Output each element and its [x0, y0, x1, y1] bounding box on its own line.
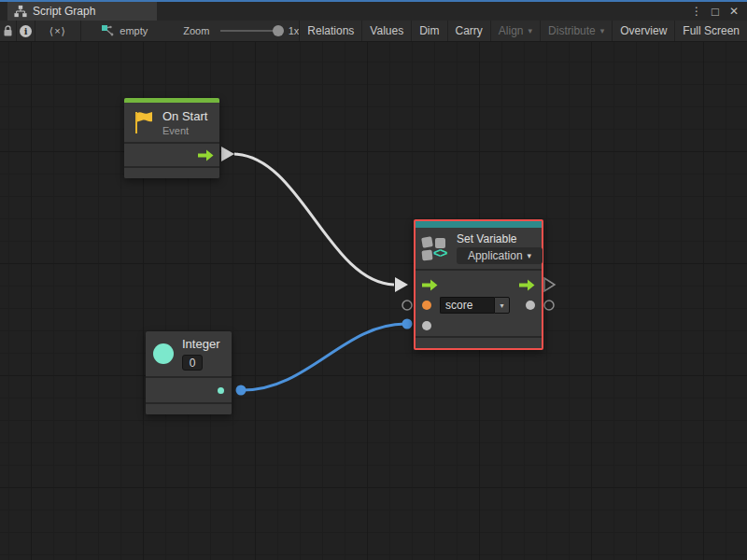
distribute-label: Distribute — [548, 24, 596, 37]
chevron-down-icon: ▾ — [600, 26, 605, 35]
chevron-down-icon: ▾ — [500, 301, 503, 310]
integer-type-icon — [153, 343, 174, 364]
flow-port-row — [416, 274, 542, 295]
on-start-header: On Start Event — [124, 103, 219, 142]
integer-output-dot[interactable] — [218, 387, 224, 394]
relations-button[interactable]: Relations — [299, 21, 361, 41]
variable-name-port[interactable] — [422, 301, 431, 310]
set-variable-header: <> Set Variable Application ▾ — [416, 228, 542, 269]
graph-status-chip: empty — [101, 21, 148, 41]
variable-scope-dropdown[interactable]: Application ▾ — [457, 247, 543, 264]
zoom-slider[interactable] — [220, 30, 279, 32]
setvariable-variable-input-port[interactable] — [402, 301, 412, 310]
node-on-start[interactable]: On Start Event — [124, 98, 219, 178]
window-menu-icon[interactable]: ⋮ — [689, 4, 704, 19]
flag-icon — [133, 110, 155, 134]
variable-color-stripe — [416, 221, 542, 228]
node-title: Integer — [182, 337, 219, 351]
control-wire-onstart-to-setvariable[interactable] — [234, 154, 394, 285]
node-footer — [416, 338, 542, 348]
setvariable-flow-input-arrowhead — [395, 277, 408, 292]
info-icon: i — [20, 25, 32, 37]
node-integer[interactable]: Integer 0 — [146, 331, 232, 414]
unity-script-graph-window: Script Graph ⋮ □ ✕ i ⟨×⟩ — [0, 0, 747, 560]
node-footer — [124, 168, 219, 178]
overview-button[interactable]: Overview — [612, 21, 674, 41]
node-title: Set Variable — [457, 232, 543, 245]
tab-title: Script Graph — [33, 5, 95, 18]
info-button[interactable]: i — [17, 21, 35, 41]
chevron-down-icon: ▾ — [529, 26, 533, 35]
graph-pointer-icon — [101, 24, 114, 37]
node-title: On Start — [162, 109, 207, 123]
maximize-icon[interactable]: □ — [708, 4, 723, 19]
value-input-row — [416, 315, 542, 336]
values-button[interactable]: Values — [361, 21, 411, 41]
setvariable-value-output-port[interactable] — [544, 301, 554, 310]
value-wire-integer-to-setvariable[interactable] — [243, 324, 405, 390]
carry-button[interactable]: Carry — [447, 21, 490, 41]
value-input-port[interactable] — [422, 321, 431, 330]
zoom-slider-knob[interactable] — [273, 25, 284, 36]
node-footer — [146, 404, 232, 414]
toolbar-buttons: Relations Values Dim Carry Align ▾ Distr… — [299, 21, 747, 41]
lock-icon — [3, 25, 13, 37]
integer-output-port[interactable] — [236, 385, 247, 396]
variable-name-field: ▾ — [440, 297, 510, 314]
code-preview-button[interactable]: ⟨×⟩ — [35, 21, 79, 41]
wires-layer — [0, 42, 747, 560]
chevron-down-icon: ▾ — [528, 251, 532, 260]
graph-toolbar: i ⟨×⟩ empty Zoom 1x Relations Values Dim… — [0, 21, 747, 42]
align-label: Align — [499, 24, 524, 37]
setvariable-value-input-port-connected[interactable] — [402, 319, 413, 329]
graph-status-label: empty — [120, 25, 148, 36]
full-screen-button[interactable]: Full Screen — [674, 21, 747, 41]
distribute-button[interactable]: Distribute ▾ — [540, 21, 612, 41]
tab-bar: Script Graph ⋮ □ ✕ — [0, 2, 747, 21]
lock-button[interactable] — [0, 21, 16, 41]
onstart-flow-output-port[interactable] — [221, 147, 234, 161]
variable-value-output-dot[interactable] — [526, 301, 535, 310]
toolbar-separator — [80, 21, 81, 41]
node-set-variable[interactable]: <> Set Variable Application ▾ — [414, 219, 543, 350]
integer-header: Integer 0 — [146, 331, 232, 376]
window-controls: ⋮ □ ✕ — [689, 2, 747, 21]
node-subtitle: Event — [162, 125, 207, 136]
on-start-port-row — [124, 144, 219, 166]
set-variable-port-rows: ▾ — [416, 271, 542, 336]
integer-port-row — [146, 378, 232, 402]
variable-name-dropdown[interactable]: ▾ — [494, 297, 510, 314]
integer-value-field[interactable]: 0 — [182, 355, 203, 371]
setvariable-flow-output-port[interactable] — [544, 278, 555, 291]
variable-name-input[interactable] — [440, 297, 494, 314]
tab-script-graph[interactable]: Script Graph — [7, 2, 157, 21]
zoom-label: Zoom — [183, 21, 209, 41]
zoom-value: 1x — [289, 21, 300, 41]
variable-scope-value: Application — [468, 249, 523, 262]
graph-canvas[interactable]: On Start Event <> Set — [0, 42, 747, 560]
flow-arrow-icon[interactable] — [198, 149, 214, 161]
flow-arrow-icon[interactable] — [422, 279, 438, 291]
variable-name-row: ▾ — [416, 295, 542, 315]
set-variable-icon: <> — [422, 235, 450, 261]
close-icon[interactable]: ✕ — [726, 4, 741, 19]
flow-arrow-icon[interactable] — [519, 279, 535, 291]
align-button[interactable]: Align ▾ — [490, 21, 540, 41]
graph-hierarchy-icon — [14, 5, 27, 18]
dim-button[interactable]: Dim — [411, 21, 446, 41]
